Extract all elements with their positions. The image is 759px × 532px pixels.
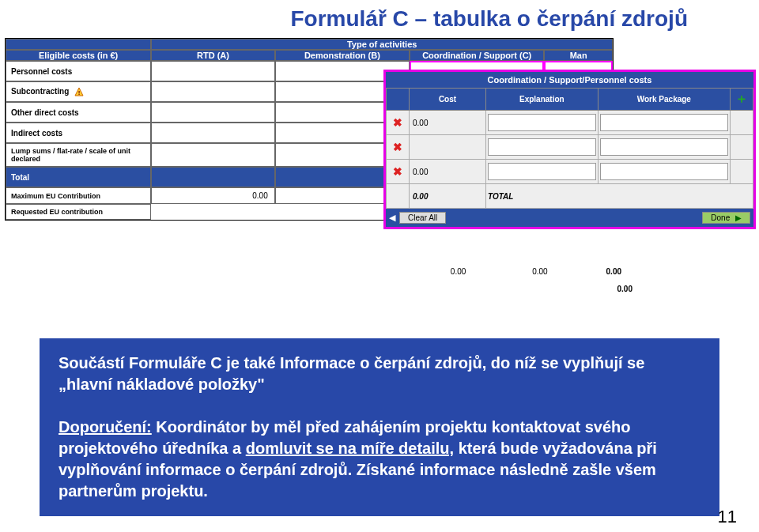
wp-2[interactable] [598,135,730,160]
panel-title: Coordination / Support/Personnel costs [386,72,753,88]
col-eligible-label: Eligible costs (in €) [6,50,151,61]
col-man: Man [544,50,613,61]
delete-row-1[interactable]: ✖ [387,111,410,135]
panel-total-value: 0.00 [410,184,486,209]
wp-3[interactable] [598,160,730,184]
col-eligible [6,39,151,50]
personnel-detail-panel: Coordination / Support/Personnel costs C… [383,70,756,229]
svg-text:!: ! [78,89,81,96]
col-rtd: RTD (A) [151,50,274,61]
plus-icon: ＋ [735,92,748,105]
cost-1[interactable]: 0.00 [410,111,486,135]
done-button[interactable]: Done ▶ [702,212,750,224]
row-maxeu: Maximum EU Contribution [6,187,151,204]
row-lump: Lump sums / flat-rate / scale of unit de… [6,143,151,167]
cost-3[interactable]: 0.00 [410,160,486,184]
page-number: 11 [718,507,737,527]
warning-icon: ! [74,87,84,96]
row-total: Total [6,167,151,187]
row-personnel: Personnel costs [6,61,151,81]
delete-row-2[interactable]: ✖ [387,135,410,160]
arrow-left-icon[interactable]: ◀ [389,213,397,223]
row-indirect: Indirect costs [6,123,151,143]
close-icon: ✖ [393,141,402,153]
wp-1[interactable] [598,111,730,135]
row-subcontracting: Subcontracting ! [6,81,151,102]
clear-all-button[interactable]: Clear All [399,212,446,224]
col-coord: Coordination / Support (C) [410,50,544,61]
expl-2[interactable] [486,135,599,160]
cost-2[interactable] [410,135,486,160]
panel-col-cost: Cost [410,89,486,111]
page-title: Formulář C – tabulka o čerpání zdrojů [0,0,759,38]
close-icon: ✖ [393,165,402,178]
add-row-button[interactable]: ＋ [731,89,753,111]
arrow-right-icon: ▶ [735,213,742,222]
row-other: Other direct costs [6,102,151,123]
panel-col-expl: Explanation [486,89,599,111]
col-type: Type of activities [151,39,613,50]
panel-actions: ◀ Clear All Done ▶ [386,209,753,227]
col-demo: Demonstration (B) [275,50,410,61]
explanation-block: Součástí Formuláře C je také Informace o… [40,338,719,516]
row-reqeu: Requested EU contribution [6,204,151,220]
screenshot-area: Type of activities Eligible costs (in €)… [0,38,759,323]
expl-3[interactable] [486,160,599,184]
expl-1[interactable] [486,111,599,135]
panel-total-label: TOTAL [486,184,753,209]
panel-col-wp: Work Package [598,89,730,111]
close-icon: ✖ [393,116,402,129]
delete-row-3[interactable]: ✖ [387,160,410,184]
